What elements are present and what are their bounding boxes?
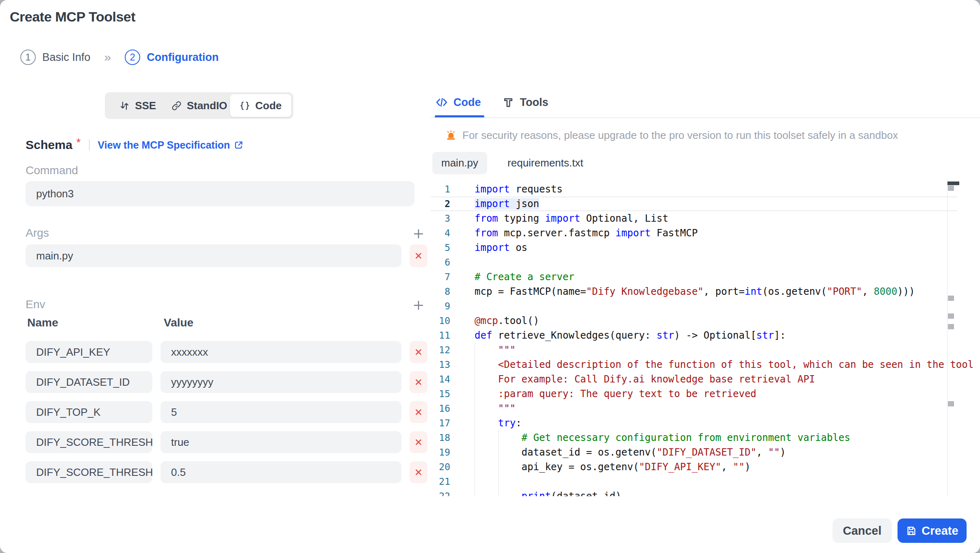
step-2-circle: 2	[125, 50, 140, 65]
code-line: 12 """	[431, 343, 957, 357]
file-tab-requirements-txt[interactable]: requirements.txt	[499, 152, 592, 174]
indent-guide	[498, 460, 499, 474]
code-line: 18 # Get necessary configuration from en…	[431, 430, 957, 445]
add-arg-button[interactable]	[410, 225, 427, 243]
env-value-input[interactable]: xxxxxxx	[160, 341, 401, 363]
indent-guide	[475, 387, 475, 401]
env-value-value: 5	[171, 406, 177, 419]
line-number: 17	[431, 416, 450, 430]
code-line: 6	[431, 255, 957, 270]
create-button[interactable]: Create	[898, 518, 967, 543]
line-number: 19	[431, 445, 450, 460]
env-value-input[interactable]: 5	[160, 401, 401, 423]
security-warning: For security reasons, please upgrade to …	[445, 129, 898, 142]
code-text: api_key = os.getenv("DIFY_API_KEY", "")	[475, 461, 750, 473]
swap-arrows-icon	[119, 100, 130, 111]
tab-sse-label: SSE	[135, 99, 156, 112]
add-env-button[interactable]	[410, 296, 427, 314]
remove-env-button[interactable]	[410, 371, 427, 393]
env-name-value: DIFY_SCORE_THRESHOLD	[36, 466, 152, 479]
plus-icon	[412, 299, 425, 311]
code-text: from mcp.server.fastmcp import FastMCP	[475, 227, 698, 239]
delete-x-icon	[414, 438, 423, 447]
code-text: For example: Call Dify.ai knowledge base…	[475, 374, 815, 385]
step-configuration[interactable]: 2 Configuration	[125, 50, 219, 65]
line-number: 1	[431, 182, 450, 197]
arg-value: main.py	[36, 250, 73, 262]
line-number: 22	[431, 489, 450, 496]
env-name-value: DIFY_API_KEY	[36, 346, 110, 359]
code-text: # Create a server	[475, 271, 575, 283]
code-text: @mcp.tool()	[475, 315, 539, 326]
indent-guide	[475, 357, 475, 372]
env-value-input[interactable]: yyyyyyyy	[160, 371, 401, 393]
code-text: dataset_id = os.getenv("DIFY_DATASET_ID"…	[475, 447, 786, 458]
env-name-input[interactable]: DIFY_TOP_K	[26, 401, 152, 423]
schema-label: Schema	[26, 138, 72, 152]
env-value-input[interactable]: 0.5	[160, 461, 401, 483]
code-text: try:	[475, 417, 522, 429]
code-text: """	[475, 344, 516, 356]
line-number: 20	[431, 460, 450, 474]
tab-sse[interactable]: SSE	[107, 94, 168, 117]
env-name-input[interactable]: DIFY_SCORE_THRESHOLD	[26, 461, 152, 483]
code-text: # Get necessary configuration from envir…	[475, 432, 850, 443]
env-name-input[interactable]: DIFY_DATASET_ID	[26, 371, 152, 393]
delete-x-icon	[414, 251, 423, 260]
code-text: :param query: The query text to be retri…	[475, 388, 757, 400]
code-editor[interactable]: 1import requests2import json3from typing…	[431, 179, 980, 496]
env-row: DIFY_TOP_K5	[26, 401, 427, 423]
indent-guide	[498, 445, 499, 460]
env-value-input[interactable]: true	[160, 431, 401, 453]
env-value-value: xxxxxxx	[171, 346, 208, 359]
tab-tools-view-label: Tools	[520, 96, 549, 109]
scrollbar-thumb[interactable]	[947, 181, 959, 185]
line-number: 12	[431, 343, 450, 357]
remove-arg-button[interactable]	[410, 244, 427, 267]
code-text: print(dataset_id)	[475, 490, 621, 496]
create-mcp-toolset-dialog: Create MCP Toolset 1 Basic Info » 2 Conf…	[0, 0, 980, 553]
tab-code-view[interactable]: Code	[436, 96, 481, 109]
indent-guide	[475, 401, 475, 416]
tab-code[interactable]: Code	[230, 94, 291, 117]
env-name-input[interactable]: DIFY_API_KEY	[26, 341, 152, 363]
code-text: from typing import Optional, List	[475, 213, 668, 224]
remove-env-button[interactable]	[410, 461, 427, 483]
command-input[interactable]: python3	[26, 181, 414, 206]
transport-tab-group: SSE StandIO Code	[105, 92, 293, 119]
line-number: 2	[431, 197, 450, 210]
line-number: 6	[431, 255, 450, 270]
code-text: import json	[475, 198, 539, 210]
env-row: DIFY_SCORE_THRESHOLD_ENABLEDtrue	[26, 431, 427, 453]
code-text: import requests	[475, 184, 563, 195]
file-tab-main-py[interactable]: main.py	[432, 152, 487, 174]
external-link-icon	[234, 140, 244, 150]
remove-env-button[interactable]	[410, 341, 427, 363]
env-name-input[interactable]: DIFY_SCORE_THRESHOLD_ENABLED	[26, 431, 152, 453]
save-icon	[906, 525, 917, 536]
remove-env-button[interactable]	[410, 401, 427, 423]
env-row: DIFY_DATASET_IDyyyyyyyy	[26, 371, 427, 393]
step-basic-info[interactable]: 1 Basic Info	[20, 50, 91, 65]
line-number: 10	[431, 313, 450, 328]
arg-input[interactable]: main.py	[26, 244, 401, 267]
code-line: 14 For example: Call Dify.ai knowledge b…	[431, 372, 957, 387]
delete-x-icon	[414, 348, 423, 356]
code-line: 5import os	[431, 240, 957, 255]
code-line: 1import requests	[431, 182, 957, 197]
env-name-header: Name	[27, 316, 58, 329]
line-number: 13	[431, 357, 450, 372]
plus-icon	[412, 228, 425, 240]
tab-tools-view[interactable]: Tools	[502, 96, 549, 109]
remove-env-button[interactable]	[410, 431, 427, 453]
delete-x-icon	[414, 468, 423, 477]
page-title: Create MCP Toolset	[10, 9, 135, 25]
tab-standio[interactable]: StandIO	[168, 94, 230, 117]
mcp-specification-link[interactable]: View the MCP Specification	[98, 139, 244, 151]
create-button-label: Create	[921, 524, 958, 538]
editor-scrollbar[interactable]	[947, 179, 959, 496]
command-label: Command	[26, 164, 78, 177]
cancel-button[interactable]: Cancel	[833, 518, 892, 543]
env-header: Env	[26, 298, 427, 315]
scrollbar-marker	[948, 186, 954, 191]
